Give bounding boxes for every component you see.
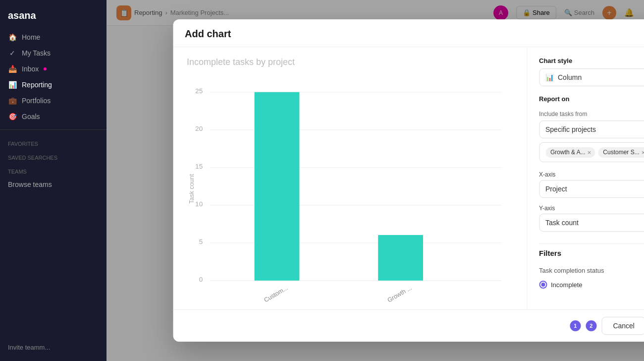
column-chart-icon: 📊 <box>545 73 554 81</box>
tag-customer-remove[interactable]: × <box>642 149 644 156</box>
tag-growth-label: Growth & A... <box>550 149 586 156</box>
browse-teams[interactable]: Browse teams <box>0 177 107 192</box>
yaxis-section: Y-axis Task count ▼ <box>539 205 644 232</box>
svg-text:Growth ...: Growth ... <box>386 284 413 303</box>
projects-tags-field[interactable]: Growth & A... × Customer S... × <box>539 142 644 162</box>
sidebar-item-portfolios[interactable]: 💼 Portfolios <box>0 93 107 109</box>
chart-style-select[interactable]: 📊 Column ▼ <box>539 68 644 86</box>
xaxis-value: Project <box>545 185 567 193</box>
modal-footer: 1 2 Cancel Create <box>173 309 644 342</box>
report-on-section: Report on Tasks ▼ Include tasks from Spe… <box>539 95 644 162</box>
chart-svg: 25 20 15 10 5 0 Task count <box>187 75 513 309</box>
xaxis-section: X-axis Project ▼ <box>539 171 644 198</box>
check-icon: ✓ <box>8 49 17 57</box>
invite-teammates[interactable]: Invite teamm... <box>0 340 107 355</box>
svg-text:20: 20 <box>195 125 203 132</box>
yaxis-select[interactable]: Task count ▼ <box>539 214 644 232</box>
favorites-section: Favorites <box>0 135 107 149</box>
svg-text:10: 10 <box>195 200 203 208</box>
xaxis-select[interactable]: Project ▼ <box>539 180 644 198</box>
svg-text:25: 25 <box>195 87 203 95</box>
sidebar-item-home[interactable]: 🏠 Home <box>0 29 107 45</box>
filter-completion-label: Task completion status <box>539 267 604 274</box>
reporting-icon: 📊 <box>8 81 17 89</box>
svg-text:Task count: Task count <box>188 174 195 204</box>
logo-area: asana <box>0 6 107 29</box>
chart-style-label: Chart style <box>539 57 644 64</box>
sidebar-item-label: Reporting <box>22 81 52 89</box>
sidebar-item-my-tasks[interactable]: ✓ My Tasks <box>0 45 107 61</box>
xaxis-label: X-axis <box>539 171 644 178</box>
chart-panel: Incomplete tasks by project 25 20 15 10 … <box>173 47 527 309</box>
step2-badge: 2 <box>586 320 596 331</box>
filter-completion-row: Task completion status × <box>539 262 644 279</box>
chart-style-section: Chart style 📊 Column ▼ <box>539 57 644 86</box>
sidebar-item-label: Home <box>22 33 40 41</box>
filters-title: Filters <box>539 249 561 257</box>
add-chart-modal: Add chart ··· × Incomplete tasks by proj… <box>173 19 644 342</box>
svg-text:0: 0 <box>199 276 203 283</box>
main-area: 📋 Reporting › Marketing Projects... A 🔒 … <box>107 0 644 361</box>
modal-body: Incomplete tasks by project 25 20 15 10 … <box>173 47 644 309</box>
chart-style-value: Column <box>558 73 582 81</box>
radio-incomplete-label: Incomplete <box>551 281 583 289</box>
include-tasks-select[interactable]: Specific projects ▼ <box>539 120 644 138</box>
tag-customer: Customer S... × <box>598 147 644 158</box>
svg-text:Custom...: Custom... <box>263 285 289 304</box>
modal-header: Add chart ··· × <box>173 19 644 47</box>
report-on-label: Report on <box>539 95 569 103</box>
invite-label: Invite teamm... <box>8 344 50 351</box>
portfolios-icon: 💼 <box>8 97 17 105</box>
radio-incomplete[interactable] <box>539 281 547 289</box>
include-tasks-value: Specific projects <box>545 125 596 133</box>
sidebar-item-inbox[interactable]: 📥 Inbox <box>0 61 107 77</box>
step1-badge: 1 <box>570 320 581 331</box>
chart-area: 25 20 15 10 5 0 Task count <box>187 75 513 309</box>
tag-customer-label: Customer S... <box>603 149 639 156</box>
logo: asana <box>8 10 36 21</box>
saved-searches-section: Saved searches <box>0 149 107 163</box>
sidebar-item-label: Portfolios <box>22 97 51 105</box>
sidebar-item-label: My Tasks <box>22 49 51 57</box>
radio-dot <box>541 283 545 287</box>
yaxis-value: Task count <box>545 219 579 227</box>
cancel-button[interactable]: Cancel <box>601 317 644 335</box>
inbox-icon: 📥 <box>8 65 17 73</box>
sidebar-item-reporting[interactable]: 📊 Reporting <box>0 77 107 93</box>
settings-panel: Chart style 📊 Column ▼ Report on <box>527 47 644 309</box>
teams-section: Teams <box>0 163 107 177</box>
bar-customer <box>254 92 299 281</box>
svg-text:5: 5 <box>199 238 203 245</box>
svg-text:15: 15 <box>195 163 203 170</box>
bar-growth <box>378 235 423 281</box>
sidebar-item-label: Inbox <box>22 65 39 73</box>
filters-header: Filters <box>539 249 644 257</box>
home-icon: 🏠 <box>8 33 17 41</box>
tag-growth: Growth & A... × <box>545 147 595 158</box>
sidebar: asana 🏠 Home ✓ My Tasks 📥 Inbox 📊 Report… <box>0 0 107 361</box>
sidebar-item-goals[interactable]: 🎯 Goals <box>0 109 107 124</box>
divider <box>539 243 644 244</box>
chart-title: Incomplete tasks by project <box>187 57 513 67</box>
browse-teams-label: Browse teams <box>8 180 52 188</box>
goals-icon: 🎯 <box>8 113 17 120</box>
radio-incomplete-row[interactable]: Incomplete <box>539 279 644 291</box>
tag-growth-remove[interactable]: × <box>588 149 591 156</box>
inbox-badge <box>44 67 47 70</box>
include-tasks-label: Include tasks from <box>539 111 644 118</box>
modal-title: Add chart <box>185 28 231 40</box>
sidebar-item-label: Goals <box>22 113 40 120</box>
yaxis-label: Y-axis <box>539 205 644 212</box>
